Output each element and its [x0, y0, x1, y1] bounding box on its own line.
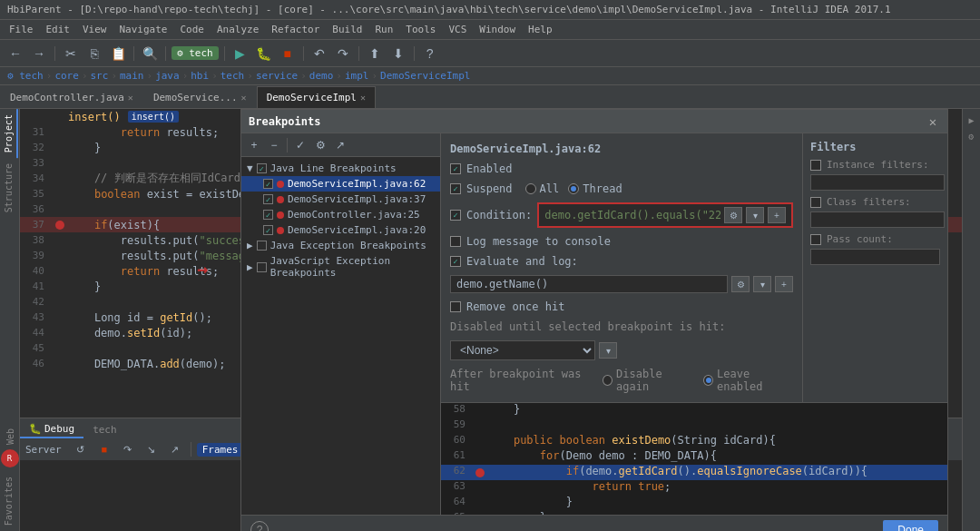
right-sidebar-icon-1[interactable]: ▶ — [965, 113, 979, 127]
eval-add-btn[interactable]: + — [775, 276, 793, 292]
breadcrumb-service[interactable]: service — [256, 70, 298, 82]
breadcrumb-tech2[interactable]: tech — [220, 70, 245, 82]
suspend-checkbox[interactable] — [450, 183, 461, 194]
menu-window[interactable]: Window — [474, 22, 521, 37]
bp-group-js-exc-header[interactable]: ▶ JavaScript Exception Breakpoints — [241, 253, 440, 280]
tab-demoserviceimpl[interactable]: DemoServiceImpl ✕ — [257, 86, 376, 108]
bp-item-0-checkbox[interactable]: ✓ — [263, 179, 273, 189]
bottom-tab-debug[interactable]: 🐛 Debug — [20, 420, 83, 438]
breadcrumb-core[interactable]: core — [54, 70, 79, 82]
debug-step-out-btn[interactable]: ↗ — [165, 439, 185, 459]
thread-radio-circle[interactable] — [568, 183, 579, 194]
toolbar-stop-btn[interactable]: ■ — [278, 44, 298, 64]
debug-step-over-btn[interactable]: ↷ — [118, 439, 138, 459]
sidebar-tab-structure[interactable]: Structure — [1, 158, 18, 218]
menu-tools[interactable]: Tools — [400, 22, 441, 37]
debug-step-into-btn[interactable]: ↘ — [142, 439, 162, 459]
toolbar-back-btn[interactable]: ← — [5, 44, 25, 64]
all-radio-circle[interactable] — [525, 183, 536, 194]
debug-restart-btn[interactable]: ↺ — [71, 439, 91, 459]
toolbar-forward-btn[interactable]: → — [29, 44, 49, 64]
condition-checkbox[interactable] — [450, 210, 461, 221]
tab-demoservice[interactable]: DemoService... ✕ — [143, 86, 257, 108]
bp-item-1[interactable]: ✓ DemoServiceImpl.java:37 — [241, 192, 440, 207]
bp-remove-btn[interactable]: − — [265, 136, 283, 154]
dialog-done-btn[interactable]: Done — [883, 520, 938, 532]
sidebar-icon-web[interactable]: Web — [1, 428, 19, 446]
enabled-checkbox[interactable] — [450, 163, 461, 174]
toolbar-copy-btn[interactable]: ⎘ — [84, 44, 104, 64]
leave-enabled-radio[interactable]: Leave enabled — [703, 368, 793, 393]
breadcrumb-src[interactable]: src — [91, 70, 109, 82]
log-message-checkbox[interactable] — [450, 236, 461, 247]
condition-input[interactable] — [544, 209, 720, 221]
menu-view[interactable]: View — [77, 22, 113, 37]
bp-item-3[interactable]: ✓ DemoServiceImpl.java:20 — [241, 222, 440, 238]
suspend-thread-radio[interactable]: Thread — [568, 182, 622, 195]
toolbar-vcs-btn[interactable]: ⬆ — [365, 44, 385, 64]
class-filters-checkbox[interactable] — [810, 197, 821, 208]
suspend-all-radio[interactable]: All — [525, 182, 560, 195]
condition-settings-btn[interactable]: ⚙ — [724, 207, 742, 223]
tab-demoservice-close[interactable]: ✕ — [241, 93, 247, 103]
menu-code[interactable]: Code — [174, 22, 210, 37]
bp-export-btn[interactable]: ↗ — [331, 136, 349, 154]
toolbar-debug-btn[interactable]: 🐛 — [254, 44, 274, 64]
pass-count-checkbox[interactable] — [810, 234, 821, 245]
bp-group-exc-checkbox[interactable] — [257, 241, 267, 251]
tab-democontroller-close[interactable]: ✕ — [128, 93, 133, 103]
sidebar-tab-project[interactable]: Project — [1, 109, 18, 158]
remove-once-checkbox[interactable] — [450, 301, 461, 312]
toolbar-vcs-down-btn[interactable]: ⬇ — [388, 44, 408, 64]
evaluate-checkbox[interactable] — [450, 256, 461, 267]
debug-stop-btn[interactable]: ■ — [94, 439, 114, 459]
tab-demoserviceimpl-close[interactable]: ✕ — [360, 93, 366, 103]
menu-build[interactable]: Build — [327, 22, 368, 37]
badge-tech[interactable]: ⚙ tech — [172, 46, 219, 60]
toolbar-search-btn[interactable]: 🔍 — [140, 44, 160, 64]
class-filters-input[interactable] — [810, 211, 945, 228]
toolbar-redo-btn[interactable]: ↷ — [333, 44, 353, 64]
condition-dropdown-btn[interactable]: ▾ — [746, 207, 764, 223]
disable-again-circle[interactable] — [603, 375, 612, 386]
eval-input[interactable] — [450, 275, 728, 293]
eval-dropdown-btn[interactable]: ▾ — [753, 276, 771, 292]
instance-filters-checkbox[interactable] — [810, 160, 821, 171]
bp-item-1-checkbox[interactable]: ✓ — [263, 194, 273, 204]
bp-enable-btn[interactable]: ✓ — [291, 136, 309, 154]
bp-item-3-checkbox[interactable]: ✓ — [263, 225, 273, 235]
menu-refactor[interactable]: Refactor — [266, 22, 325, 37]
bp-group-checkbox[interactable]: ✓ — [257, 163, 267, 173]
dialog-help-btn[interactable]: ? — [250, 521, 269, 532]
condition-add-btn[interactable]: + — [768, 207, 786, 223]
toolbar-undo-btn[interactable]: ↶ — [309, 44, 329, 64]
right-sidebar-icon-2[interactable]: ⚙ — [965, 129, 979, 143]
menu-navigate[interactable]: Navigate — [114, 22, 173, 37]
menu-run[interactable]: Run — [369, 22, 398, 37]
breadcrumb-java[interactable]: java — [155, 70, 180, 82]
bp-group-java-line-header[interactable]: ▼ ✓ Java Line Breakpoints — [241, 161, 440, 176]
disabled-dropdown-btn[interactable]: ▾ — [599, 342, 617, 359]
menu-vcs[interactable]: VCS — [443, 22, 472, 37]
bp-group-java-exc-header[interactable]: ▶ Java Exception Breakpoints — [241, 238, 440, 253]
toolbar-help-btn[interactable]: ? — [420, 44, 440, 64]
disable-again-radio[interactable]: Disable again — [603, 368, 692, 393]
menu-help[interactable]: Help — [523, 22, 558, 37]
breadcrumb-tech[interactable]: ⚙ tech — [7, 70, 44, 82]
bottom-tab-tech[interactable]: tech — [83, 420, 126, 438]
leave-enabled-circle[interactable] — [703, 375, 713, 386]
toolbar-cut-btn[interactable]: ✂ — [61, 44, 81, 64]
breadcrumb-hbi[interactable]: hbi — [191, 70, 209, 82]
breadcrumb-demoserviceimpl[interactable]: DemoServiceImpl — [380, 70, 470, 82]
disabled-select[interactable]: <None> — [450, 340, 595, 360]
bp-item-2[interactable]: ✓ DemoController.java:25 — [241, 207, 440, 222]
breadcrumb-impl[interactable]: impl — [345, 70, 369, 82]
menu-edit[interactable]: Edit — [41, 22, 76, 37]
bp-item-2-checkbox[interactable]: ✓ — [263, 210, 273, 220]
breadcrumb-demo[interactable]: demo — [309, 70, 334, 82]
bp-item-0[interactable]: ✓ DemoServiceImpl.java:62 — [241, 176, 440, 192]
bp-add-btn[interactable]: + — [245, 136, 263, 154]
menu-analyze[interactable]: Analyze — [211, 22, 264, 37]
tab-democontroller[interactable]: DemoController.java ✕ — [0, 86, 143, 108]
eval-settings-btn[interactable]: ⚙ — [731, 276, 750, 292]
